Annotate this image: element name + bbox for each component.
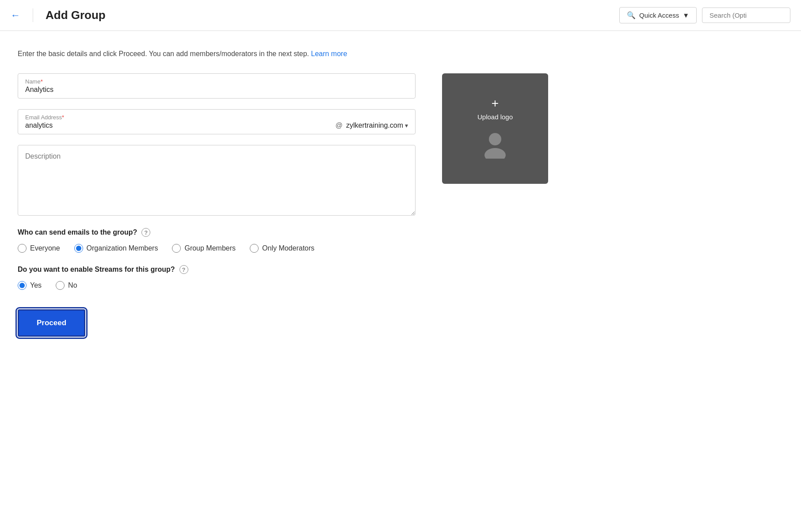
search-input[interactable] (702, 8, 790, 23)
radio-no[interactable] (56, 281, 65, 290)
name-field-wrapper: Name* (18, 73, 416, 99)
option-org-members-label: Organization Members (87, 244, 158, 252)
option-yes[interactable]: Yes (18, 281, 42, 290)
back-icon: ← (11, 10, 20, 21)
header-right: 🔍 Quick Access ▼ (619, 7, 790, 23)
form-layout: Name* Email Address* @ zylkertraining.co… (18, 73, 601, 337)
radio-everyone[interactable] (18, 244, 27, 253)
chevron-down-icon: ▼ (683, 11, 689, 19)
main-content: Enter the basic details and click Procee… (0, 31, 619, 354)
email-row: @ zylkertraining.com ▾ (25, 122, 408, 129)
option-group-members[interactable]: Group Members (172, 244, 236, 253)
back-button[interactable]: ← (11, 10, 20, 21)
streams-help-icon[interactable]: ? (179, 265, 188, 274)
quick-access-label: Quick Access (639, 11, 679, 19)
header-left: ← Add Group (11, 8, 106, 22)
radio-org-members[interactable] (74, 244, 83, 253)
page-title: Add Group (46, 8, 106, 22)
description-input[interactable] (18, 145, 416, 216)
email-field-group: Email Address* @ zylkertraining.com ▾ (18, 109, 416, 134)
email-permission-question: Who can send emails to the group? ? (18, 228, 416, 237)
name-label: Name* (25, 78, 408, 85)
learn-more-link[interactable]: Learn more (311, 50, 347, 57)
proceed-button[interactable]: Proceed (18, 309, 85, 337)
plus-icon: + (492, 97, 499, 110)
quick-access-button[interactable]: 🔍 Quick Access ▼ (619, 7, 697, 23)
option-yes-label: Yes (30, 281, 42, 289)
option-no-label: No (68, 281, 77, 289)
name-input[interactable] (25, 86, 408, 94)
email-help-icon[interactable]: ? (141, 228, 150, 237)
at-sign: @ (336, 122, 343, 129)
streams-question: Do you want to enable Streams for this g… (18, 265, 416, 274)
option-everyone-label: Everyone (30, 244, 60, 252)
radio-yes[interactable] (18, 281, 27, 290)
svg-point-1 (484, 148, 506, 159)
chevron-down-icon: ▾ (405, 122, 408, 129)
info-description: Enter the basic details and click Procee… (18, 50, 309, 57)
option-only-moderators[interactable]: Only Moderators (250, 244, 314, 253)
domain-value: zylkertraining.com (346, 122, 403, 129)
avatar-silhouette (480, 128, 511, 160)
form-fields: Name* Email Address* @ zylkertraining.co… (18, 73, 416, 337)
upload-logo-label: Upload logo (477, 113, 513, 121)
streams-options: Yes No (18, 281, 416, 290)
option-only-moderators-label: Only Moderators (262, 244, 314, 252)
option-everyone[interactable]: Everyone (18, 244, 60, 253)
upload-logo-box[interactable]: + Upload logo (442, 73, 548, 184)
header-divider (33, 8, 33, 22)
email-field-wrapper: Email Address* @ zylkertraining.com ▾ (18, 109, 416, 134)
option-no[interactable]: No (56, 281, 77, 290)
domain-select[interactable]: zylkertraining.com ▾ (346, 122, 408, 129)
option-org-members[interactable]: Organization Members (74, 244, 158, 253)
svg-point-0 (489, 133, 501, 145)
email-permission-section: Who can send emails to the group? ? Ever… (18, 228, 416, 253)
streams-section: Do you want to enable Streams for this g… (18, 265, 416, 290)
option-group-members-label: Group Members (184, 244, 236, 252)
radio-only-moderators[interactable] (250, 244, 259, 253)
email-permission-options: Everyone Organization Members Group Memb… (18, 244, 416, 253)
info-text: Enter the basic details and click Procee… (18, 49, 601, 59)
radio-group-members[interactable] (172, 244, 181, 253)
search-icon: 🔍 (627, 11, 636, 19)
description-field-group (18, 145, 416, 217)
email-label: Email Address* (25, 114, 408, 121)
header: ← Add Group 🔍 Quick Access ▼ (0, 0, 801, 31)
name-field-group: Name* (18, 73, 416, 99)
email-local-input[interactable] (25, 122, 332, 129)
